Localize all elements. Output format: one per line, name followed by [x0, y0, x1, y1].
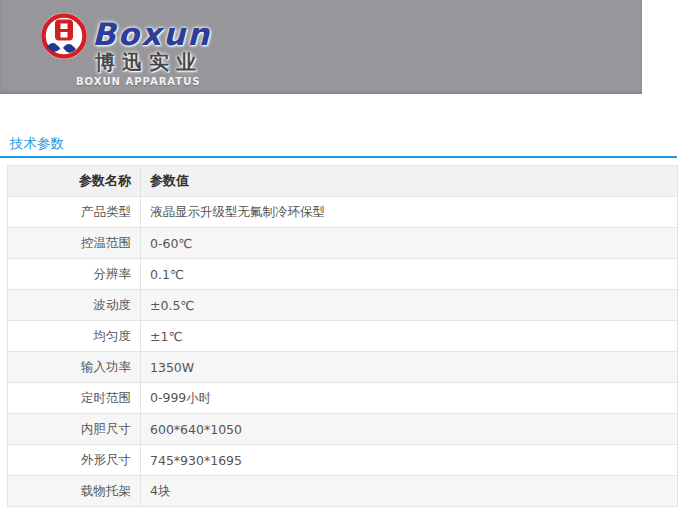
param-value: 600*640*1050	[141, 414, 678, 445]
table-row: 输入功率1350W	[8, 352, 678, 383]
param-name: 定时范围	[8, 383, 141, 414]
param-value: 0-999小时	[141, 383, 678, 414]
table-header-row: 参数名称 参数值	[8, 166, 678, 197]
table-row: 内胆尺寸600*640*1050	[8, 414, 678, 445]
spec-table-body: 产品类型液晶显示升级型无氟制冷环保型控温范围0-60℃分辨率0.1℃波动度±0.…	[8, 197, 678, 507]
param-value: 745*930*1695	[141, 445, 678, 476]
table-row: 定时范围0-999小时	[8, 383, 678, 414]
param-value: ±0.5℃	[141, 290, 678, 321]
param-value: 0.1℃	[141, 259, 678, 290]
section-divider	[0, 156, 677, 158]
param-value: 液晶显示升级型无氟制冷环保型	[141, 197, 678, 228]
param-value: 1350W	[141, 352, 678, 383]
boxun-logo-icon	[39, 11, 89, 63]
param-name: 内胆尺寸	[8, 414, 141, 445]
table-row: 分辨率0.1℃	[8, 259, 678, 290]
brand-name: Boxun	[92, 16, 211, 52]
param-value: 0-60℃	[141, 228, 678, 259]
section-title: 技术参数	[10, 135, 64, 153]
param-value: 4块	[141, 476, 678, 507]
table-row: 产品类型液晶显示升级型无氟制冷环保型	[8, 197, 678, 228]
brand-name-chinese: 博迅实业	[95, 49, 203, 76]
brand-name-english: BOXUN APPARATUS	[76, 76, 200, 87]
column-header-name: 参数名称	[8, 166, 141, 197]
param-value: ±1℃	[141, 321, 678, 352]
param-name: 载物托架	[8, 476, 141, 507]
param-name: 控温范围	[8, 228, 141, 259]
page: Boxun 博迅实业 BOXUN APPARATUS 技术参数 参数名称 参数值…	[0, 0, 686, 528]
param-name: 输入功率	[8, 352, 141, 383]
spec-table: 参数名称 参数值 产品类型液晶显示升级型无氟制冷环保型控温范围0-60℃分辨率0…	[7, 165, 678, 507]
table-row: 载物托架4块	[8, 476, 678, 507]
header-banner: Boxun 博迅实业 BOXUN APPARATUS	[0, 0, 642, 94]
table-row: 波动度±0.5℃	[8, 290, 678, 321]
param-name: 均匀度	[8, 321, 141, 352]
table-row: 外形尺寸745*930*1695	[8, 445, 678, 476]
spec-table-head: 参数名称 参数值	[8, 166, 678, 197]
column-header-value: 参数值	[141, 166, 678, 197]
param-name: 产品类型	[8, 197, 141, 228]
table-row: 均匀度±1℃	[8, 321, 678, 352]
param-name: 外形尺寸	[8, 445, 141, 476]
param-name: 波动度	[8, 290, 141, 321]
table-row: 控温范围0-60℃	[8, 228, 678, 259]
param-name: 分辨率	[8, 259, 141, 290]
